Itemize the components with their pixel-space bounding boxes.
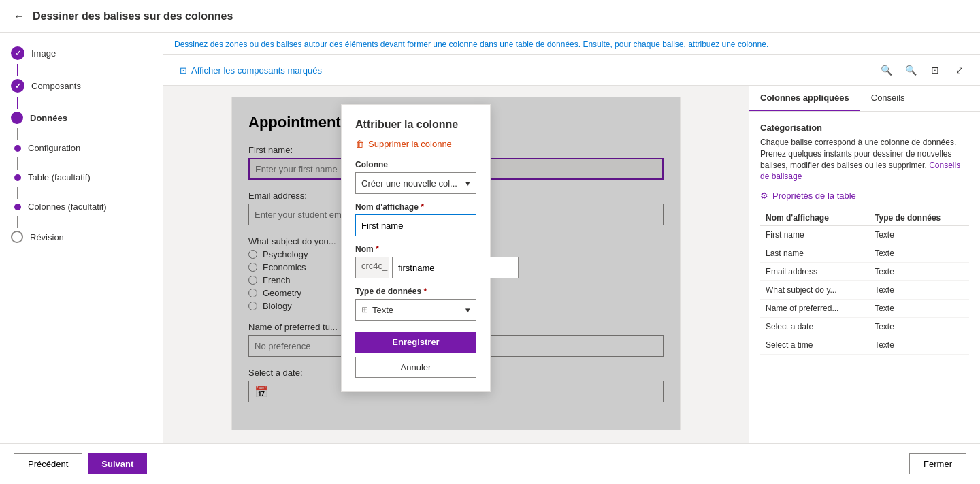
step-circle-table (14, 174, 21, 181)
table-row: Email addressTexte (760, 263, 969, 281)
sidebar-item-configuration[interactable]: Configuration (11, 143, 152, 153)
preview-card: Appointment Scheduler First name: Email … (231, 97, 681, 430)
trash-icon: 🗑 (355, 139, 364, 149)
modal-box: Attribuer la colonne 🗑 Supprimer la colo… (341, 104, 491, 392)
nom-input-group: crc4c_ (355, 257, 476, 278)
fullscreen-button[interactable]: ⤢ (950, 61, 969, 80)
type-label: Type de données * (355, 287, 476, 296)
modal-actions: Enregistrer Annuler (355, 332, 476, 378)
fullscreen-icon: ⤢ (956, 65, 964, 76)
sidebar-label-configuration: Configuration (28, 143, 80, 153)
colonne-field: Colonne Créer une nouvelle col... ▾ (355, 160, 476, 194)
required-star-type: * (423, 287, 427, 296)
nom-suffix-input[interactable] (392, 257, 519, 278)
sidebar-item-colonnes[interactable]: Colonnes (facultatif) (11, 201, 152, 212)
sidebar: ✓ Image ✓ Composants Données Configurati… (0, 33, 163, 443)
sidebar-item-revision[interactable]: Révision (11, 231, 152, 243)
connector-5 (17, 187, 18, 199)
zoom-out-button[interactable]: 🔍 (901, 61, 920, 80)
sidebar-item-table[interactable]: Table (facultatif) (11, 172, 152, 182)
col-header-name: Nom d'affichage (760, 210, 869, 226)
table-row: Last nameTexte (760, 244, 969, 263)
table-properties-button[interactable]: ⚙ Propriétés de la table (760, 191, 856, 201)
step-circle-composants: ✓ (11, 79, 24, 93)
col-type: Texte (869, 244, 969, 263)
col-type: Texte (869, 281, 969, 300)
type-value: Texte (372, 305, 393, 315)
right-panel-content: Catégorisation Chaque balise correspond … (749, 112, 980, 366)
sidebar-label-image: Image (31, 48, 56, 59)
sidebar-item-donnees[interactable]: Données (11, 112, 152, 124)
show-components-button[interactable]: ⊡ Afficher les composants marqués (174, 63, 327, 78)
bottom-bar: Précédent Suivant Fermer (0, 443, 980, 484)
col-name: Select a time (760, 336, 869, 355)
save-button[interactable]: Enregistrer (355, 332, 476, 353)
cancel-button[interactable]: Annuler (355, 357, 476, 378)
zoom-in-button[interactable]: 🔍 (877, 61, 896, 80)
col-type: Texte (869, 336, 969, 355)
col-type: Texte (869, 226, 969, 244)
required-star-affichage: * (421, 202, 424, 212)
table-row: Select a dateTexte (760, 318, 969, 336)
type-field: Type de données * ⊞ Texte ▾ (355, 287, 476, 321)
show-components-icon: ⊡ (180, 65, 187, 76)
table-props-label: Propriétés de la table (772, 191, 856, 201)
step-circle-revision (11, 231, 23, 243)
step-circle-configuration (14, 145, 21, 152)
col-name: Last name (760, 244, 869, 263)
modal-overlay: Attribuer la colonne 🗑 Supprimer la colo… (232, 97, 680, 430)
step-circle-donnees (11, 112, 23, 124)
col-name: Email address (760, 263, 869, 281)
preview-right: Appointment Scheduler First name: Email … (163, 86, 980, 443)
chevron-down-icon: ▾ (466, 178, 470, 189)
preview-area: Appointment Scheduler First name: Email … (163, 86, 749, 443)
bottom-left: Précédent Suivant (14, 453, 147, 474)
nom-affichage-field: Nom d'affichage * (355, 202, 476, 244)
next-button[interactable]: Suivant (88, 453, 147, 474)
back-button[interactable]: ← (14, 10, 24, 22)
col-name: Select a date (760, 318, 869, 336)
content-area: Dessinez des zones ou des balises autour… (163, 33, 980, 443)
sidebar-label-composants: Composants (31, 81, 81, 91)
tab-colonnes-appliquees[interactable]: Colonnes appliquées (749, 86, 860, 111)
sidebar-label-revision: Révision (30, 232, 64, 242)
col-name: Name of preferred... (760, 300, 869, 318)
colonne-value: Créer une nouvelle col... (361, 178, 457, 189)
categorisation-title: Catégorisation (760, 123, 969, 133)
connector-6 (17, 216, 18, 228)
sidebar-item-composants[interactable]: ✓ Composants (11, 79, 152, 93)
sidebar-label-table: Table (facultatif) (28, 172, 91, 182)
table-row: First nameTexte (760, 226, 969, 244)
delete-label: Supprimer la colonne (368, 139, 452, 149)
sidebar-item-image[interactable]: ✓ Image (11, 46, 152, 60)
step-circle-image: ✓ (11, 46, 24, 60)
colonne-select[interactable]: Créer une nouvelle col... ▾ (355, 172, 476, 194)
nom-affichage-label: Nom d'affichage * (355, 202, 476, 212)
nom-field: Nom * crc4c_ (355, 244, 476, 278)
table-row: What subject do y...Texte (760, 281, 969, 300)
delete-column-button[interactable]: 🗑 Supprimer la colonne (355, 139, 452, 149)
zoom-in-icon: 🔍 (881, 65, 892, 76)
nom-prefix: crc4c_ (355, 257, 389, 278)
type-icon: ⊞ (361, 305, 368, 314)
gear-icon: ⚙ (760, 191, 768, 201)
columns-table: Nom d'affichage Type de données First na… (760, 210, 969, 355)
type-select[interactable]: ⊞ Texte ▾ (355, 299, 476, 321)
connector-1 (17, 64, 18, 76)
instruction-bar: Dessinez des zones ou des balises autour… (163, 33, 980, 55)
table-row: Select a timeTexte (760, 336, 969, 355)
tab-conseils[interactable]: Conseils (860, 86, 916, 111)
nom-affichage-input[interactable] (355, 214, 476, 236)
connector-3 (17, 128, 18, 140)
right-panel-tabs: Colonnes appliquées Conseils (749, 86, 980, 112)
close-button[interactable]: Fermer (909, 453, 966, 474)
modal-title: Attribuer la colonne (355, 118, 476, 131)
prev-button[interactable]: Précédent (14, 453, 82, 474)
fit-button[interactable]: ⊡ (926, 61, 945, 80)
col-type: Texte (869, 318, 969, 336)
instruction-text: Dessinez des zones ou des balises autour… (174, 39, 768, 49)
nom-label: Nom * (355, 244, 476, 254)
fit-icon: ⊡ (931, 65, 939, 76)
categorisation-desc: Chaque balise correspond à une colonne d… (760, 137, 969, 182)
toolbar: ⊡ Afficher les composants marqués 🔍 🔍 ⊡ … (163, 55, 980, 86)
